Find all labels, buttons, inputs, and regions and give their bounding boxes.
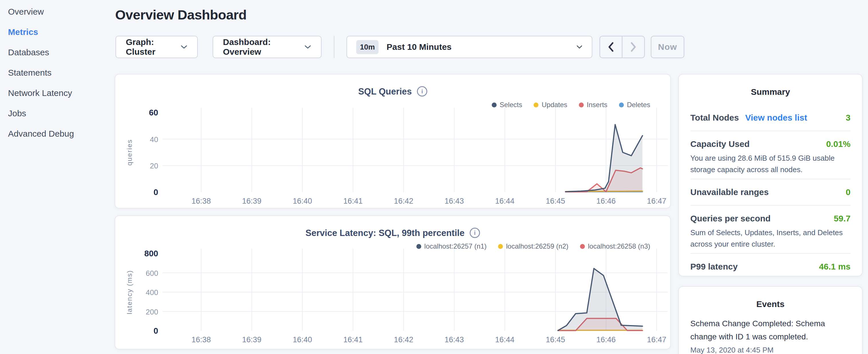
x-tick-label: 16:43 [444, 335, 464, 344]
x-tick-label: 16:38 [191, 197, 211, 205]
x-tick-label: 16:41 [343, 197, 363, 205]
now-button[interactable]: Now [651, 36, 684, 58]
summary-label: P99 latency [690, 261, 738, 273]
x-tick-label: 16:38 [191, 335, 211, 344]
summary-row-total-nodes: Total Nodes View nodes list 3 [690, 105, 850, 131]
sidebar-item-databases[interactable]: Databases [8, 42, 74, 62]
sidebar-nav: Overview Metrics Databases Statements Ne… [8, 1, 74, 144]
dashboard-dropdown[interactable]: Dashboard: Overview [213, 36, 321, 58]
x-tick-label: 16:39 [242, 197, 261, 205]
event-list-item[interactable]: Schema Change Completed: Schema change w… [690, 317, 850, 354]
x-tick-label: 16:43 [444, 197, 464, 205]
x-tick-label: 16:42 [394, 197, 413, 205]
x-tick-label: 16:42 [394, 335, 413, 344]
series-area [558, 268, 643, 331]
service-latency-chart-card: Service Latency: SQL, 99th percentilei l… [115, 215, 671, 349]
sidebar-item-network-latency[interactable]: Network Latency [8, 83, 74, 103]
y-tick-label: 0 [154, 188, 158, 197]
time-range-badge: 10m [356, 40, 378, 54]
summary-row-p99-latency: P99 latency 46.1 ms [690, 254, 850, 280]
y-tick-label: 40 [150, 135, 158, 144]
event-text: Schema Change Completed: Schema change w… [690, 317, 850, 344]
time-step-back-button[interactable] [600, 36, 622, 58]
summary-label: Capacity Used [690, 138, 750, 150]
graph-scope-dropdown[interactable]: Graph: Cluster [116, 36, 198, 58]
series-area [566, 125, 643, 192]
chevron-down-icon [576, 45, 583, 49]
page-title: Overview Dashboard [115, 7, 247, 23]
summary-title: Summary [690, 87, 850, 97]
summary-panel: Summary Total Nodes View nodes list 3 Ca… [678, 74, 863, 277]
y-tick-label: 600 [146, 269, 158, 278]
sidebar-item-advanced-debug[interactable]: Advanced Debug [8, 123, 74, 144]
view-nodes-list-link[interactable]: View nodes list [745, 112, 807, 124]
sidebar-item-metrics[interactable]: Metrics [8, 22, 74, 42]
x-tick-label: 16:45 [546, 197, 565, 205]
x-tick-label: 16:39 [242, 335, 261, 344]
x-tick-label: 16:44 [495, 197, 515, 205]
summary-value: 3 [846, 112, 850, 124]
summary-row-queries-per-second: Queries per second 59.7 Sum of Selects, … [690, 206, 850, 254]
service-latency-plot[interactable]: 16:3816:3916:4016:4116:4216:4316:4416:45… [115, 216, 670, 349]
y-tick-label: 60 [149, 108, 158, 117]
x-tick-label: 16:44 [495, 335, 515, 344]
x-tick-label: 16:47 [647, 335, 666, 344]
events-title: Events [690, 299, 850, 309]
controls-bar: Graph: Cluster Dashboard: Overview 10m P… [116, 36, 684, 58]
controls-divider [334, 36, 334, 58]
sql-queries-plot[interactable]: 16:3816:3916:4016:4116:4216:4316:4416:45… [115, 74, 670, 208]
x-tick-label: 16:46 [596, 335, 616, 344]
graph-scope-label: Graph: Cluster [126, 37, 181, 57]
summary-row-unavailable-ranges: Unavailable ranges 0 [690, 179, 850, 206]
events-panel: Events Schema Change Completed: Schema c… [678, 286, 863, 354]
x-tick-label: 16:41 [343, 335, 363, 344]
summary-value: 59.7 [834, 213, 850, 225]
summary-value: 46.1 ms [819, 261, 850, 273]
summary-row-capacity-used: Capacity Used 0.01% You are using 28.6 M… [690, 131, 850, 179]
summary-value: 0 [846, 186, 850, 198]
chevron-left-icon [608, 42, 614, 52]
summary-description: Sum of Selects, Updates, Inserts, and De… [690, 227, 850, 250]
chevron-down-icon [181, 45, 187, 49]
y-tick-label: 20 [150, 162, 158, 170]
sidebar-item-overview[interactable]: Overview [8, 1, 74, 22]
dashboard-dropdown-label: Dashboard: Overview [223, 37, 304, 57]
x-tick-label: 16:40 [292, 335, 312, 344]
summary-value: 0.01% [826, 138, 850, 150]
sql-queries-chart-card: SQL Queriesi SelectsUpdatesInsertsDelete… [115, 74, 671, 208]
summary-label: Unavailable ranges [690, 186, 769, 198]
x-tick-label: 16:47 [647, 197, 666, 205]
y-tick-label: 800 [145, 249, 158, 258]
y-tick-label: 400 [146, 288, 158, 297]
x-tick-label: 16:46 [596, 197, 616, 205]
sidebar-item-statements[interactable]: Statements [8, 62, 74, 83]
sidebar-item-jobs[interactable]: Jobs [8, 103, 74, 123]
summary-label: Total Nodes [690, 112, 739, 124]
time-range-label: Past 10 Minutes [386, 42, 576, 52]
chevron-right-icon [630, 42, 637, 52]
time-step-buttons [599, 36, 645, 58]
summary-label: Queries per second [690, 213, 771, 225]
x-tick-label: 16:40 [292, 197, 312, 205]
x-tick-label: 16:45 [546, 335, 565, 344]
y-tick-label: 200 [146, 308, 158, 316]
time-step-forward-button[interactable] [622, 36, 644, 58]
y-axis-unit-label: latency (ms) [125, 270, 133, 315]
y-tick-label: 0 [154, 326, 158, 335]
chevron-down-icon [304, 45, 311, 49]
event-timestamp: May 13, 2020 at 4:45 PM [690, 346, 850, 354]
time-range-selector[interactable]: 10m Past 10 Minutes [346, 36, 592, 58]
summary-description: You are using 28.6 MiB of 515.9 GiB usab… [690, 152, 850, 175]
y-axis-unit-label: queries [125, 139, 133, 166]
